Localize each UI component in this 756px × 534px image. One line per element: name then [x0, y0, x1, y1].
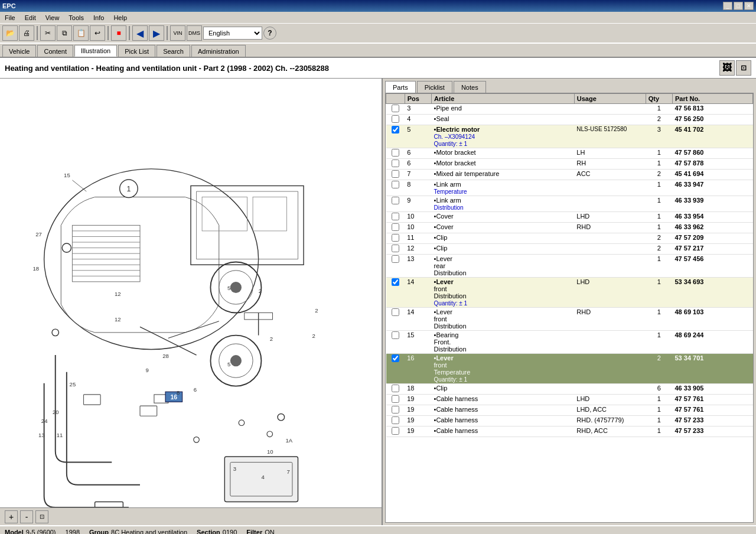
row-checkbox[interactable] — [386, 308, 405, 331]
menu-view[interactable]: View — [43, 13, 62, 22]
svg-text:12: 12 — [115, 291, 121, 297]
toolbar-btn-cut[interactable]: ✂ — [40, 25, 56, 41]
table-row[interactable]: 19•Cable harnessLHD, ACC147 57 761 — [386, 405, 753, 416]
zoom-in-button[interactable]: + — [5, 510, 18, 523]
row-checkbox[interactable] — [386, 148, 405, 159]
parts-tab-picklist[interactable]: Picklist — [417, 81, 452, 93]
help-button[interactable]: ? — [263, 27, 276, 40]
illustration-area[interactable]: 16 1 15 27 18 25 13 11 21 22 24 28 — [0, 79, 382, 507]
svg-text:12: 12 — [115, 316, 121, 323]
table-row[interactable]: 7•Mixed air temperatureACC245 41 694 — [386, 170, 753, 180]
svg-text:11: 11 — [57, 432, 63, 438]
table-row[interactable]: 19•Cable harnessRHD. (4757779)147 57 233 — [386, 416, 753, 426]
toolbar-btn-forward[interactable]: ▶ — [149, 25, 164, 41]
window-controls: _ □ ✕ — [723, 2, 754, 10]
row-checkbox[interactable] — [386, 180, 405, 196]
table-row[interactable]: 19•Cable harnessLHD147 57 761 — [386, 395, 753, 405]
row-checkbox[interactable] — [386, 426, 405, 437]
row-checkbox[interactable] — [386, 223, 405, 233]
tab-administration[interactable]: Administration — [191, 45, 246, 57]
zoom-out-button[interactable]: - — [20, 510, 33, 523]
table-row[interactable]: 16•LeverfrontTemperatureQuantity: ± 1253… — [386, 354, 753, 384]
row-checkbox[interactable] — [386, 405, 405, 416]
page-title-bar: Heating and ventilation - Heating and ve… — [0, 58, 756, 79]
table-row[interactable]: 5•Electric motorCh. –X3094124Quantity: ±… — [386, 125, 753, 148]
menu-tools[interactable]: Tools — [66, 13, 86, 22]
tab-picklist[interactable]: Pick List — [118, 45, 155, 57]
table-row[interactable]: 18•Clip646 33 905 — [386, 384, 753, 395]
toolbar-btn-5[interactable]: 📋 — [73, 25, 89, 41]
row-checkbox[interactable] — [386, 244, 405, 255]
row-usage: LH — [574, 148, 646, 159]
row-checkbox[interactable] — [386, 212, 405, 223]
minimize-button[interactable]: _ — [723, 2, 732, 10]
menu-info[interactable]: Info — [91, 13, 106, 22]
tab-content[interactable]: Content — [37, 45, 73, 57]
table-row[interactable]: 10•CoverRHD146 33 962 — [386, 223, 753, 233]
table-row[interactable]: 14•LeverfrontDistributionRHD148 69 103 — [386, 308, 753, 331]
row-qty: 1 — [646, 395, 672, 405]
parts-tab-parts[interactable]: Parts — [385, 81, 416, 93]
row-qty: 1 — [646, 180, 672, 196]
table-header-row: Pos Article Usage Qty Part No. — [386, 94, 753, 104]
row-qty: 2 — [646, 244, 672, 255]
tab-search[interactable]: Search — [157, 45, 190, 57]
row-qty: 2 — [646, 233, 672, 244]
parts-table-scroll[interactable]: Pos Article Usage Qty Part No. 3•Pipe en… — [386, 93, 753, 522]
tab-illustration[interactable]: Illustration — [74, 45, 117, 57]
toolbar-sep-1 — [37, 26, 38, 40]
page-resize-btn[interactable]: ⊡ — [736, 60, 751, 76]
row-qty: 1 — [646, 278, 672, 308]
close-button[interactable]: ✕ — [744, 2, 754, 10]
row-checkbox[interactable] — [386, 104, 405, 115]
menu-help[interactable]: Help — [111, 13, 129, 22]
menu-edit[interactable]: Edit — [22, 13, 38, 22]
language-select[interactable]: English German French Spanish — [203, 27, 262, 40]
toolbar-btn-dms[interactable]: DMS — [187, 25, 202, 41]
toolbar-btn-stop[interactable]: ■ — [111, 25, 126, 41]
row-checkbox[interactable] — [386, 255, 405, 278]
toolbar-btn-copy[interactable]: ⧉ — [57, 25, 72, 41]
page-icon-btn[interactable]: 🖼 — [719, 60, 735, 76]
row-checkbox[interactable] — [386, 170, 405, 180]
row-checkbox[interactable] — [386, 125, 405, 148]
row-checkbox[interactable] — [386, 159, 405, 170]
table-row[interactable]: 15•BearingFront.Distribution148 69 244 — [386, 331, 753, 354]
table-row[interactable]: 13•LeverrearDistribution147 57 456 — [386, 255, 753, 278]
row-checkbox[interactable] — [386, 196, 405, 212]
table-row[interactable]: 12•Clip247 57 217 — [386, 244, 753, 255]
row-checkbox[interactable] — [386, 233, 405, 244]
toolbar-btn-1[interactable]: 📂 — [2, 25, 18, 41]
row-checkbox[interactable] — [386, 354, 405, 384]
col-partno: Part No. — [673, 94, 753, 104]
status-model-value: 9-5 (9600) — [26, 529, 56, 534]
toolbar-btn-6[interactable]: ↩ — [90, 25, 105, 41]
tab-vehicle[interactable]: Vehicle — [2, 45, 36, 57]
toolbar-btn-back[interactable]: ◀ — [132, 25, 148, 41]
parts-tab-notes[interactable]: Notes — [454, 81, 486, 93]
row-checkbox[interactable] — [386, 278, 405, 308]
toolbar-btn-print[interactable]: 🖨 — [19, 25, 34, 41]
table-row[interactable]: 19•Cable harnessRHD, ACC147 57 233 — [386, 426, 753, 437]
status-filter: Filter ON — [246, 529, 274, 534]
table-row[interactable]: 11•Clip247 57 209 — [386, 233, 753, 244]
toolbar-btn-vin[interactable]: VIN — [170, 25, 185, 41]
table-row[interactable]: 8•Link armTemperature146 33 947 — [386, 180, 753, 196]
row-checkbox[interactable] — [386, 331, 405, 354]
table-row[interactable]: 4•Seal247 56 250 — [386, 115, 753, 125]
row-article: •Mixed air temperature — [432, 170, 575, 180]
maximize-button[interactable]: □ — [734, 2, 743, 10]
table-row[interactable]: 6•Motor bracketRH147 57 878 — [386, 159, 753, 170]
table-row[interactable]: 9•Link armDistribution146 33 939 — [386, 196, 753, 212]
row-checkbox[interactable] — [386, 115, 405, 125]
table-row[interactable]: 3•Pipe end147 56 813 — [386, 104, 753, 115]
zoom-fit-button[interactable]: ⊡ — [35, 510, 48, 523]
row-checkbox[interactable] — [386, 416, 405, 426]
table-row[interactable]: 14•LeverfrontDistributionQuantity: ± 1LH… — [386, 278, 753, 308]
menu-file[interactable]: File — [2, 13, 18, 22]
row-usage — [574, 115, 646, 125]
table-row[interactable]: 6•Motor bracketLH147 57 860 — [386, 148, 753, 159]
table-row[interactable]: 10•CoverLHD146 33 954 — [386, 212, 753, 223]
row-checkbox[interactable] — [386, 395, 405, 405]
row-checkbox[interactable] — [386, 384, 405, 395]
